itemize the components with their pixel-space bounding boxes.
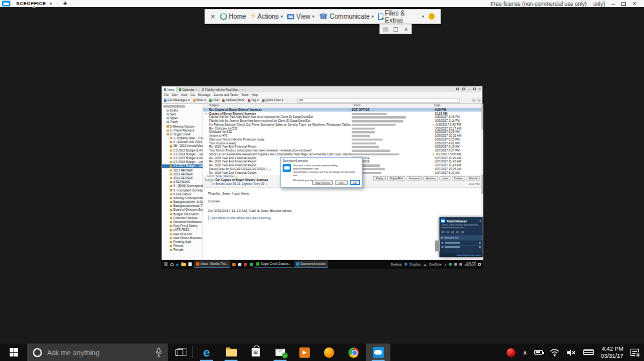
- remote-pinned-app-icon[interactable]: [238, 263, 241, 266]
- taskbar-media-player[interactable]: ▶: [292, 344, 317, 361]
- like--button[interactable]: Like!: [335, 180, 347, 185]
- mail-close-icon[interactable]: ×: [479, 87, 481, 91]
- menu-message[interactable]: Message: [198, 93, 210, 97]
- remote-store-icon[interactable]: [188, 262, 192, 266]
- dropbox-icon[interactable]: [405, 263, 407, 266]
- feedback-smiley-icon[interactable]: ☺: [428, 13, 435, 20]
- search-icon[interactable]: [472, 99, 476, 102]
- antivirus-tray-icon[interactable]: [507, 348, 516, 357]
- mail-minimize-icon[interactable]: –: [468, 87, 470, 91]
- remote-task-button[interactable]: Sponsored session: [294, 260, 328, 268]
- fit-screen-icon[interactable]: [394, 27, 398, 32]
- panel-close-icon[interactable]: ×: [479, 219, 481, 223]
- column-date[interactable]: Date: [434, 104, 483, 107]
- video-icon[interactable]: [447, 231, 450, 234]
- files-extras-menu[interactable]: Files & Extras ▾: [378, 10, 424, 24]
- taskbar-explorer[interactable]: [219, 344, 243, 361]
- taskbar-chrome[interactable]: [341, 344, 366, 361]
- mail-restore-icon[interactable]: [473, 88, 476, 90]
- hidden-icons-chevron[interactable]: ∧: [523, 349, 527, 356]
- settings-icon[interactable]: [461, 231, 464, 234]
- folder-item[interactable]: Rentals: [162, 248, 203, 252]
- column-subject[interactable]: Subject: [209, 104, 354, 107]
- column-from[interactable]: From: [354, 104, 434, 107]
- remote-clock[interactable]: 4:42 PM3/31/2017: [465, 262, 476, 268]
- remote-task-button[interactable]: Sugar Creek Estates...: [254, 260, 292, 268]
- toolbar-chat[interactable]: Chat: [209, 99, 219, 102]
- actions-menu[interactable]: ⚡ Actions ▾: [250, 12, 283, 21]
- wifi-icon[interactable]: [550, 349, 559, 356]
- session-list-item[interactable]: [439, 240, 483, 245]
- session-tab[interactable]: SCEOFFICE ×: [12, 0, 56, 7]
- star-outline-icon[interactable]: ○: [432, 157, 434, 159]
- remote-edge-icon[interactable]: e: [176, 262, 179, 267]
- message-row[interactable]: Re: Copies of Boyer Drivers' licensesSCE…: [203, 108, 481, 112]
- volume-muted-icon[interactable]: [567, 349, 576, 356]
- grid-view-icon[interactable]: [383, 27, 388, 32]
- forward-button[interactable]: Forward: [407, 176, 422, 180]
- dropbox-label[interactable]: Dropbox: [410, 263, 421, 266]
- menu-help[interactable]: Help: [252, 93, 258, 97]
- remote-start-button[interactable]: ⊞: [164, 262, 168, 267]
- taskbar-clock[interactable]: 4:42 PM 03/31/17: [601, 346, 623, 359]
- star-outline-icon[interactable]: ○: [432, 112, 434, 115]
- star-outline-icon[interactable]: ○: [432, 127, 434, 130]
- session-list-header[interactable]: ▸ Session list: [439, 235, 483, 240]
- cloud-icon[interactable]: ☁: [423, 262, 427, 266]
- action-center-icon[interactable]: 4: [630, 349, 639, 356]
- new-tab-button[interactable]: +: [63, 0, 67, 7]
- message-row[interactable]: Re: Childcare list 532○3/30/2017 10:27 A…: [203, 126, 481, 130]
- tab-close-icon[interactable]: ×: [242, 88, 244, 92]
- communicate-menu[interactable]: ☎ Communicate ▾: [319, 12, 374, 21]
- remote-tray-icon[interactable]: [454, 263, 457, 266]
- message-row[interactable]: Re: 2016 Year End Financial Report○3/28/…: [203, 145, 481, 149]
- junk-button[interactable]: Junk: [439, 176, 450, 180]
- panel-footer-link[interactable]: www.teamviewer.com: [439, 253, 483, 258]
- menu-edit[interactable]: Edit: [172, 93, 177, 97]
- desktop-toolbar-label[interactable]: Desktop: [391, 263, 402, 266]
- message-row[interactable]: Your invoice is ready○3/28/2017 4:02 PM: [203, 141, 481, 145]
- message-row[interactable]: Your Norton Product subscription has bee…: [203, 149, 481, 153]
- remote-tray-chevron[interactable]: ∧: [444, 263, 446, 266]
- toolbar-quick-filter[interactable]: Quick Filter▾: [262, 99, 283, 102]
- menu-view[interactable]: View: [181, 93, 187, 97]
- cortana-search-box[interactable]: [27, 344, 168, 361]
- ok-button[interactable]: OK: [350, 180, 360, 185]
- mail-tab[interactable]: Inbox: [162, 87, 177, 92]
- message-row[interactable]: Stock Up on Sustainable Restaurant Suppl…: [203, 153, 481, 157]
- toolbar-write[interactable]: Write▾: [193, 99, 206, 102]
- remote-pinned-app-icon[interactable]: [244, 263, 247, 266]
- flag-star-icon[interactable]: ★: [432, 153, 435, 156]
- star-outline-icon[interactable]: ○: [432, 108, 434, 111]
- toolbar-get-messages[interactable]: Get Messages▾: [164, 99, 190, 102]
- more-button[interactable]: More▾: [467, 176, 480, 180]
- taskbar-teamviewer[interactable]: [366, 344, 390, 361]
- star-icon[interactable]: ★: [265, 182, 268, 186]
- star-outline-icon[interactable]: ○: [432, 135, 434, 137]
- close-button[interactable]: ×: [632, 0, 636, 7]
- remote-tray-icon[interactable]: [449, 263, 452, 266]
- message-row[interactable]: ↩Copies of Boyer Drivers' licenses○11:13…: [203, 112, 481, 115]
- star-outline-icon[interactable]: ○: [432, 138, 434, 141]
- remote-pinned-app-icon[interactable]: [232, 263, 236, 266]
- remote-tray-icon[interactable]: [459, 263, 462, 266]
- onedrive-label[interactable]: OneDrive: [429, 263, 441, 266]
- message-row[interactable]: Fidelity Info for Paul Alan Boyer has be…: [203, 115, 481, 119]
- hamburger-menu-icon[interactable]: [478, 99, 481, 102]
- message-row[interactable]: Childcare list 532○3/29/2017 8:29 AM: [203, 130, 481, 134]
- tab-close-icon[interactable]: ×: [196, 88, 197, 92]
- action-icon[interactable]: [479, 246, 481, 248]
- search-input[interactable]: [47, 349, 150, 356]
- menu-tools[interactable]: Tools: [241, 93, 248, 97]
- remote-cortana-icon[interactable]: [170, 263, 174, 266]
- tab-close-icon[interactable]: ×: [50, 1, 52, 6]
- menu-file[interactable]: File: [164, 93, 169, 97]
- task-pane-icon[interactable]: [462, 88, 465, 90]
- audio-icon[interactable]: [451, 231, 454, 234]
- view-menu[interactable]: View ▾: [287, 13, 314, 20]
- message-row[interactable]: Start your Norton Identity Protection to…: [203, 138, 481, 142]
- collapse-toolbar-icon[interactable]: ∧: [404, 26, 408, 32]
- battery-icon[interactable]: [534, 350, 543, 355]
- start-button[interactable]: [0, 344, 27, 361]
- star-outline-icon[interactable]: ○: [432, 171, 434, 174]
